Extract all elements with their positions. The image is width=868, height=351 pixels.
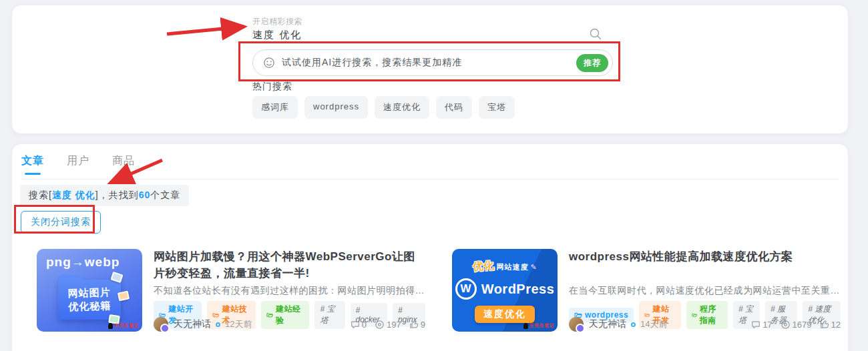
search-icon[interactable] bbox=[589, 27, 602, 41]
smiley-icon bbox=[263, 57, 275, 69]
hot-search-tags: 感词库 wordpress 速度优化 代码 宝塔 bbox=[252, 96, 515, 119]
thumb-line1: 网站图片 bbox=[67, 286, 111, 300]
ai-banner-text: 试试使用AI进行搜索，搜索结果更加精准 bbox=[282, 57, 462, 69]
avatar[interactable] bbox=[569, 317, 584, 332]
watermark: 王先生笔记 bbox=[523, 322, 555, 329]
comment-icon bbox=[351, 320, 360, 329]
article-content: 网站图片加载慢？用这个神器WebPServerGo让图片秒变轻盈，流量直接省一半… bbox=[154, 249, 425, 332]
watermark-figure-icon bbox=[523, 323, 528, 329]
like-icon bbox=[409, 320, 419, 329]
hot-search-label: 热门搜索 bbox=[252, 81, 292, 93]
summary-suffix: 个文章 bbox=[150, 190, 180, 200]
search-summary: 搜索[速度 优化]，共找到60个文章 bbox=[20, 185, 189, 206]
article-meta: 天无神话 12天前 0 197 9 bbox=[154, 317, 425, 332]
comment-count: 0 bbox=[351, 320, 367, 330]
level-dot-icon bbox=[216, 322, 220, 327]
author-name[interactable]: 天无神话 bbox=[589, 318, 626, 330]
thumb-caption: png→webp bbox=[46, 255, 120, 270]
article-thumbnail[interactable]: 优化 网站速度 ✎ W WordPress 速度优化 王先生笔记 bbox=[452, 249, 558, 332]
article-title[interactable]: wordpress网站性能提高加载速度优化方案 bbox=[569, 249, 841, 266]
result-tabs: 文章 用户 商品 bbox=[21, 154, 135, 175]
article-card[interactable]: png→webp 网站图片 优化秘籍 王先生笔记 bbox=[37, 249, 425, 332]
summary-count: 60 bbox=[139, 190, 151, 200]
photo-sticker bbox=[118, 290, 130, 301]
article-thumbnail[interactable]: png→webp 网站图片 优化秘籍 王先生笔记 bbox=[37, 249, 142, 332]
article-stats: 0 197 9 bbox=[351, 320, 425, 330]
pencil-icon: ✎ bbox=[530, 263, 536, 272]
hot-tag[interactable]: 宝塔 bbox=[479, 96, 515, 119]
article-meta: 天无神话 14天前 17 1679 12 bbox=[569, 317, 841, 332]
tab-articles[interactable]: 文章 bbox=[21, 154, 44, 175]
like-count: 12 bbox=[820, 320, 841, 330]
summary-keyword: 速度 优化 bbox=[52, 190, 95, 200]
tab-users[interactable]: 用户 bbox=[67, 154, 89, 175]
ai-search-banner[interactable]: 试试使用AI进行搜索，搜索结果更加精准 推荐 bbox=[252, 49, 613, 76]
tabs-divider bbox=[21, 179, 839, 180]
search-results-page: 开启精彩搜索 速度 优化 试试使用AI进行搜索，搜索结果更加精准 推荐 热门搜索… bbox=[0, 0, 868, 351]
article-content: wordpress网站性能提高加载速度优化方案 在当今互联网时代，网站速度优化已… bbox=[569, 249, 841, 332]
hot-tag[interactable]: 速度优化 bbox=[375, 96, 429, 119]
search-floating-label: 开启精彩搜索 bbox=[252, 16, 302, 27]
article-excerpt: 在当今互联网时代，网站速度优化已经成为网站运营中至关重… bbox=[569, 285, 841, 297]
like-icon bbox=[820, 320, 829, 329]
folder-graphic: 网站图片 优化秘籍 bbox=[58, 280, 121, 320]
summary-prefix: 搜索[ bbox=[29, 190, 52, 200]
author-name[interactable]: 天无神话 bbox=[174, 318, 211, 330]
watermark-figure-icon bbox=[108, 323, 113, 329]
summary-middle: ]，共找到 bbox=[95, 190, 139, 200]
article-title[interactable]: 网站图片加载慢？用这个神器WebPServerGo让图片秒变轻盈，流量直接省一半… bbox=[154, 249, 425, 282]
publish-date: 14天前 bbox=[640, 318, 667, 330]
comment-count: 17 bbox=[751, 320, 772, 330]
search-input[interactable]: 速度 优化 bbox=[252, 29, 302, 41]
article-stats: 17 1679 12 bbox=[751, 320, 841, 330]
search-panel: 开启精彩搜索 速度 优化 试试使用AI进行搜索，搜索结果更加精准 推荐 热门搜索… bbox=[12, 5, 848, 133]
avatar[interactable] bbox=[154, 317, 168, 332]
comment-icon bbox=[751, 320, 761, 329]
results-panel: 文章 用户 商品 搜索[速度 优化]，共找到60个文章 关闭分词搜索 png→w… bbox=[12, 144, 848, 351]
article-excerpt: 不知道各位站长有没有遇到过这样的困扰：网站图片明明拍得… bbox=[154, 285, 425, 297]
tab-products[interactable]: 商品 bbox=[112, 154, 135, 175]
hot-tag[interactable]: 代码 bbox=[436, 96, 472, 119]
watermark: 王先生笔记 bbox=[108, 322, 140, 329]
view-count: 1679 bbox=[781, 320, 812, 330]
recommend-badge: 推荐 bbox=[576, 54, 608, 72]
wordpress-logo-row: W WordPress bbox=[455, 278, 555, 300]
thumb-caption: 优化 网站速度 ✎ bbox=[473, 260, 536, 274]
thumb-badge: 速度优化 bbox=[475, 306, 535, 323]
level-dot-icon bbox=[631, 322, 636, 327]
hot-tag[interactable]: wordpress bbox=[304, 96, 368, 119]
publish-date: 12天前 bbox=[225, 318, 252, 330]
like-count: 9 bbox=[409, 320, 425, 330]
hot-tag[interactable]: 感词库 bbox=[252, 96, 298, 119]
views-icon bbox=[781, 320, 791, 330]
article-list: png→webp 网站图片 优化秘籍 王先生笔记 bbox=[37, 249, 841, 332]
views-icon bbox=[375, 320, 385, 330]
thumb-line2: 优化秘籍 bbox=[68, 299, 112, 314]
article-card[interactable]: 优化 网站速度 ✎ W WordPress 速度优化 王先生笔记 bbox=[452, 249, 841, 332]
wordpress-logo-icon: W bbox=[455, 278, 477, 300]
view-count: 197 bbox=[375, 320, 401, 330]
disable-word-segmentation-button[interactable]: 关闭分词搜索 bbox=[21, 211, 101, 234]
